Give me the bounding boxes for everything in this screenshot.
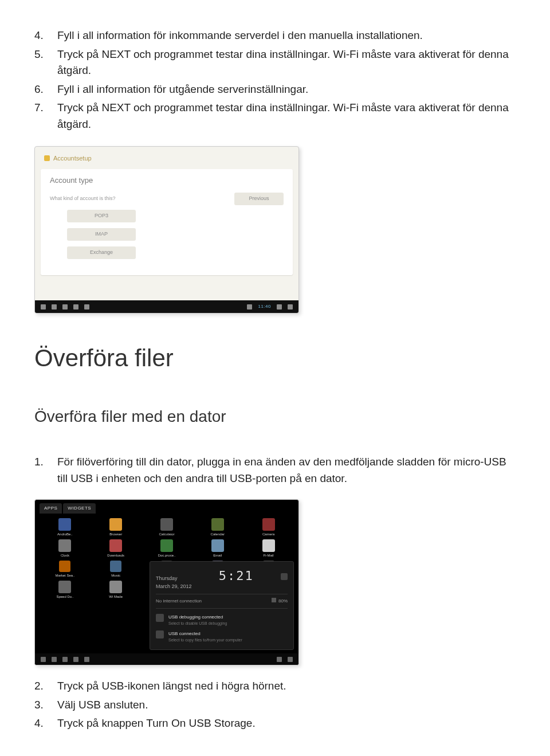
volume-icon[interactable] (84, 657, 89, 662)
app-icon (58, 518, 71, 531)
app-icon (160, 518, 173, 531)
battery-icon (288, 304, 293, 310)
app-icon (109, 539, 122, 552)
list-item: 7. Tryck på NEXT och programmet testar d… (34, 100, 516, 132)
instructions-list-top: 4. Fyll i all information för inkommande… (34, 28, 516, 132)
app-item[interactable]: Email (192, 539, 243, 558)
app-item[interactable]: Wi Made (91, 581, 142, 600)
app-icon (160, 539, 173, 552)
app-label: Fi-Mail (264, 553, 274, 558)
app-icon (59, 561, 70, 572)
imap-button[interactable]: IMAP (67, 228, 136, 241)
app-item[interactable]: Browser (91, 518, 142, 537)
app-item[interactable]: Downloads (91, 539, 142, 558)
item-number: 5. (34, 46, 57, 79)
item-number: 7. (34, 100, 57, 132)
app-item[interactable]: Calculator (142, 518, 192, 537)
app-label: Email (213, 553, 222, 558)
instructions-list-mid: 1. För filöverföring till din dator, plu… (34, 454, 516, 487)
wifi-icon (277, 304, 282, 310)
list-item: 3. Välj USB ansluten. (34, 697, 516, 714)
list-item: 5. Tryck på NEXT och programmet testar d… (34, 46, 516, 79)
system-navbar: 11:40 (35, 300, 298, 313)
pop3-button[interactable]: POP3 (67, 210, 136, 222)
system-navbar (35, 653, 298, 665)
item-text: Tryck på USB-ikonen längst ned i högra h… (57, 678, 516, 695)
usb-icon (156, 630, 164, 639)
app-icon (211, 518, 224, 531)
screenshot-usb-panel: APPS WIDGETS AndroBe.. Browser Calculato… (34, 499, 299, 665)
app-item[interactable]: Market Sea.. (40, 561, 91, 578)
item-number: 6. (34, 81, 57, 98)
app-item[interactable]: Doc.proce.. (142, 539, 192, 558)
item-text: Fyll i all information för inkommande se… (57, 28, 516, 44)
app-item[interactable]: Speed Do.. (40, 581, 91, 600)
item-number: 1. (34, 454, 57, 487)
recents-icon[interactable] (62, 657, 68, 662)
app-label: Doc.proce.. (158, 553, 176, 558)
app-item[interactable]: Clock (40, 539, 91, 558)
card-title: Account type (50, 175, 284, 186)
settings-icon[interactable] (281, 573, 288, 580)
app-label: Market Sea.. (55, 573, 74, 578)
list-item: 6. Fyll i all information för utgående s… (34, 81, 516, 98)
item-number: 3. (34, 697, 57, 714)
notification-panel: Thursday March 29, 2012 5:21 No internet… (150, 561, 294, 650)
header-label: Accountsetup (53, 154, 92, 163)
list-item: 4. Fyll i all information för inkommande… (34, 28, 516, 44)
item-text: Tryck på knappen Turn On USB Storage. (57, 715, 516, 732)
recents-icon[interactable] (62, 304, 68, 310)
notif-title: USB debugging connected (168, 614, 227, 621)
previous-button[interactable]: Previous (234, 193, 284, 205)
home-icon[interactable] (52, 304, 57, 310)
item-text: Tryck på NEXT och programmet testar dina… (57, 46, 516, 79)
item-text: Välj USB ansluten. (57, 697, 516, 714)
back-icon[interactable] (41, 657, 46, 662)
home-icon[interactable] (52, 657, 57, 662)
app-label: Clock (61, 553, 69, 558)
app-item[interactable]: Calendar (192, 518, 243, 537)
app-icon (109, 518, 122, 531)
battery-percent: 80% (278, 598, 288, 604)
heading-transfer-files: Överföra filer (34, 340, 516, 376)
back-icon[interactable] (41, 304, 46, 310)
app-item[interactable]: Camera (243, 518, 294, 537)
tab-apps[interactable]: APPS (40, 503, 62, 514)
exchange-button[interactable]: Exchange (67, 246, 136, 259)
screenshot-account-setup: Accountsetup Account type What kind of a… (34, 146, 299, 314)
volume-icon[interactable] (84, 304, 89, 310)
menu-icon[interactable] (73, 657, 78, 662)
app-label: Calendar (211, 532, 225, 537)
account-type-card: Account type What kind of account is thi… (41, 169, 293, 276)
tab-widgets[interactable]: WIDGETS (63, 503, 96, 514)
instructions-list-bottom: 2. Tryck på USB-ikonen längst ned i högr… (34, 678, 516, 732)
usb-icon (156, 614, 164, 622)
app-icon (58, 539, 71, 552)
network-status: No internet connection (156, 598, 202, 605)
item-number: 2. (34, 678, 57, 695)
list-item: 4. Tryck på knappen Turn On USB Storage. (34, 715, 516, 732)
usb-status-icon[interactable] (277, 657, 282, 662)
app-label: Camera (262, 532, 274, 537)
app-label: Speed Do.. (56, 594, 73, 600)
item-text: Tryck på NEXT och programmet testar dina… (57, 100, 516, 132)
app-icon (211, 539, 224, 552)
app-icon (262, 539, 275, 552)
app-item[interactable]: Music (91, 561, 142, 578)
app-item[interactable]: Fi-Mail (243, 539, 294, 558)
app-item[interactable]: AndroBe.. (40, 518, 91, 537)
clock: 11:40 (258, 303, 271, 310)
notif-title: USB connected (168, 630, 242, 637)
panel-date: Thursday March 29, 2012 (156, 575, 192, 590)
notification-usb-connected[interactable]: USB connected Select to copy files to/fr… (156, 629, 288, 645)
notification-usb-debugging[interactable]: USB debugging connected Select to disabl… (156, 612, 288, 629)
app-drawer-tabs: APPS WIDGETS (35, 500, 298, 514)
menu-icon[interactable] (73, 304, 78, 310)
app-icon (262, 518, 275, 531)
notif-subtitle: Select to copy files to/from your comput… (168, 637, 242, 644)
app-label: Calculator (159, 532, 174, 537)
battery-icon (272, 598, 276, 602)
prompt-label: What kind of account is this? (50, 195, 223, 203)
item-number: 4. (34, 28, 57, 44)
mail-icon (44, 155, 50, 161)
